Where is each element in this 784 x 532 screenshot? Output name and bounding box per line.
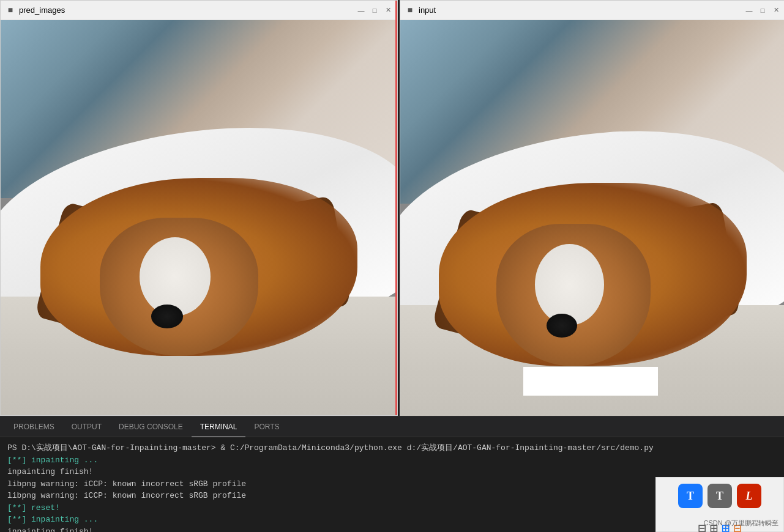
minimize-btn-left[interactable]: —: [357, 6, 365, 15]
maximize-btn-left[interactable]: □: [370, 6, 379, 15]
window-icon-left: ■: [6, 6, 15, 15]
bottom-right-panel: T T L ⊟ ⊞ ⊞ ⊟ CSDN @万里鹏程转瞬至: [655, 477, 784, 532]
window-controls-left: — □ ✕: [357, 6, 392, 15]
window-title-right: input: [419, 6, 741, 15]
dog-stripe-left: [140, 237, 211, 316]
dog-nose-left: [151, 305, 183, 328]
mask-rectangle: [523, 367, 658, 396]
terminal-line-2: inpainting finish!: [7, 466, 777, 478]
app-icon-2[interactable]: T: [707, 484, 732, 508]
app-icon-1[interactable]: T: [678, 484, 703, 508]
terminal-line-1: [**] inpainting ...: [7, 454, 777, 467]
dog-scene-left: [1, 20, 397, 415]
tab-ports[interactable]: PORTS: [245, 417, 288, 437]
image-left: [1, 20, 397, 415]
window-pred-images: ■ pred_images — □ ✕: [0, 0, 398, 416]
tab-debug-console[interactable]: DEBUG CONSOLE: [110, 417, 192, 437]
top-icons-row: T T L: [656, 478, 783, 514]
tab-output[interactable]: OUTPUT: [63, 417, 110, 437]
minimize-btn-right[interactable]: —: [745, 6, 753, 15]
app-icon-3[interactable]: L: [737, 484, 761, 508]
titlebar-left: ■ pred_images — □ ✕: [1, 1, 397, 20]
tab-problems[interactable]: PROBLEMS: [5, 417, 63, 437]
window-input: ■ input — □ ✕: [400, 0, 784, 428]
csdn-label: CSDN @万里鹏程转瞬至: [704, 519, 778, 528]
maximize-btn-right[interactable]: □: [758, 6, 767, 15]
window-border-accent: [395, 1, 397, 415]
panel-tabs: PROBLEMS OUTPUT DEBUG CONSOLE TERMINAL P…: [0, 416, 784, 437]
window-icon-right: ■: [405, 6, 415, 15]
window-title-left: pred_images: [19, 6, 353, 15]
dog-scene-right: [400, 20, 784, 427]
titlebar-right: ■ input — □ ✕: [400, 1, 784, 20]
close-btn-right[interactable]: ✕: [772, 6, 780, 15]
window-controls-right: — □ ✕: [745, 6, 780, 15]
dog-stripe-right: [535, 244, 604, 325]
terminal-line-0: PS D:\实战项目\AOT-GAN-for-Inpainting-master…: [7, 442, 777, 454]
close-btn-left[interactable]: ✕: [384, 6, 392, 15]
image-right: [400, 20, 784, 427]
tab-terminal[interactable]: TERMINAL: [192, 417, 246, 437]
